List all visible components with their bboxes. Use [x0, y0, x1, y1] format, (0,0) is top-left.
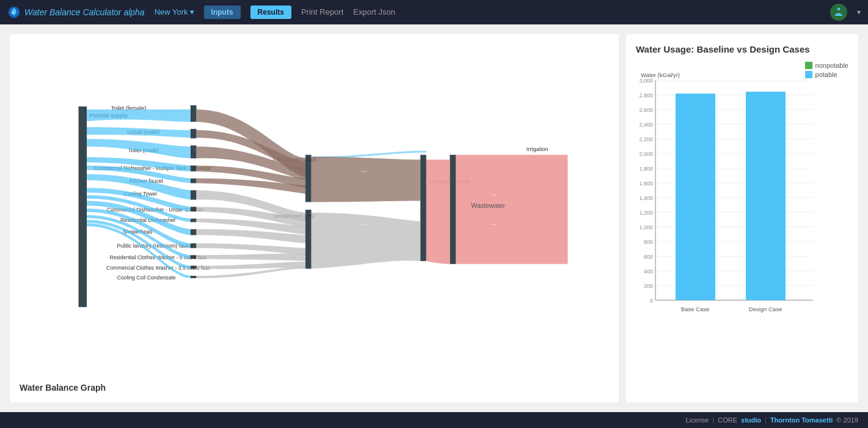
bar-chart-svg: Water (kGal/yr) 3,000 2,800 2,600 2,400 …	[636, 62, 831, 361]
svg-rect-32	[420, 155, 426, 261]
svg-text:2,200: 2,200	[639, 136, 653, 142]
bar-design-case	[746, 92, 786, 300]
legend-nonpotable: nonpotable	[805, 62, 848, 69]
footer-core-label: CORE	[718, 416, 737, 424]
print-report-button[interactable]: Print Report	[301, 7, 343, 17]
inputs-button[interactable]: Inputs	[204, 6, 241, 19]
footer-thornton-label: Thornton Tomasetti	[770, 416, 833, 424]
svg-text:3,000: 3,000	[639, 78, 653, 84]
x-label-design-case: Design Case	[749, 306, 782, 312]
svg-text:200: 200	[644, 283, 653, 289]
svg-rect-26	[191, 276, 197, 278]
x-label-base-case: Base Case	[681, 306, 709, 312]
app-title: Water Balance Calculator alpha	[24, 7, 145, 17]
user-avatar[interactable]	[830, 4, 847, 21]
sankey-panel: Potable supply Toilet (female) Urinal (m…	[10, 34, 619, 402]
svg-text:2,000: 2,000	[639, 151, 653, 157]
logo-icon	[7, 6, 21, 19]
svg-text:600: 600	[644, 254, 653, 260]
export-json-button[interactable]: Export Json	[353, 7, 395, 17]
svg-text:1,800: 1,800	[639, 166, 653, 172]
svg-text:2,800: 2,800	[639, 92, 653, 98]
sankey-title: Water Balance Graph	[20, 383, 106, 393]
main-content: Potable supply Toilet (female) Urinal (m…	[0, 24, 868, 412]
svg-point-1	[11, 12, 13, 14]
svg-rect-12	[191, 190, 197, 199]
svg-text:0: 0	[650, 298, 653, 304]
results-button[interactable]: Results	[250, 6, 291, 19]
chart-panel: Water Usage: Baseline vs Design Cases no…	[626, 34, 858, 402]
svg-rect-10	[191, 179, 197, 183]
logo-area: Water Balance Calculator alpha	[7, 6, 145, 19]
svg-text:1,400: 1,400	[639, 195, 653, 201]
footer: License | CORE studio | Thornton Tomaset…	[0, 412, 868, 428]
svg-rect-16	[191, 218, 197, 222]
svg-text:Commercial Clothes Washer - 3.: Commercial Clothes Washer - 3.5 cubic fe…	[106, 265, 210, 271]
footer-separator-1: |	[712, 416, 714, 424]
svg-text:2,600: 2,600	[639, 107, 653, 113]
svg-rect-4	[191, 129, 197, 138]
svg-text:2,400: 2,400	[639, 122, 653, 128]
header: Water Balance Calculator alpha New York …	[0, 0, 868, 24]
svg-text:Irrigation: Irrigation	[527, 146, 549, 152]
svg-text:800: 800	[644, 239, 653, 245]
footer-license-link[interactable]: License	[685, 416, 709, 424]
svg-text:1,000: 1,000	[639, 224, 653, 231]
svg-rect-36	[450, 155, 456, 264]
svg-text:Cooling Coil Condensate: Cooling Coil Condensate	[117, 275, 176, 281]
chart-title: Water Usage: Baseline vs Design Cases	[636, 44, 848, 54]
bar-base-case	[676, 94, 715, 300]
chart-legend: nonpotable potable	[805, 62, 848, 80]
node-potable-supply	[79, 106, 87, 307]
sankey-diagram: Potable supply Toilet (female) Urinal (m…	[17, 42, 611, 378]
svg-rect-35	[450, 155, 567, 264]
footer-bar: |	[765, 416, 767, 424]
user-dropdown-arrow[interactable]: ▾	[857, 8, 861, 17]
svg-rect-18	[191, 229, 197, 235]
svg-rect-2	[191, 105, 197, 122]
svg-rect-6	[191, 146, 197, 158]
svg-text:Wastewater: Wastewater	[471, 202, 505, 209]
chevron-down-icon: ▾	[190, 7, 194, 17]
footer-year: © 2019	[836, 416, 858, 424]
legend-potable: potable	[805, 71, 848, 78]
footer-studio-label: studio	[741, 416, 761, 424]
svg-text:1,600: 1,600	[639, 180, 653, 186]
svg-text:400: 400	[644, 268, 653, 275]
svg-text:1,200: 1,200	[639, 210, 653, 216]
location-selector[interactable]: New York ▾	[155, 7, 194, 17]
